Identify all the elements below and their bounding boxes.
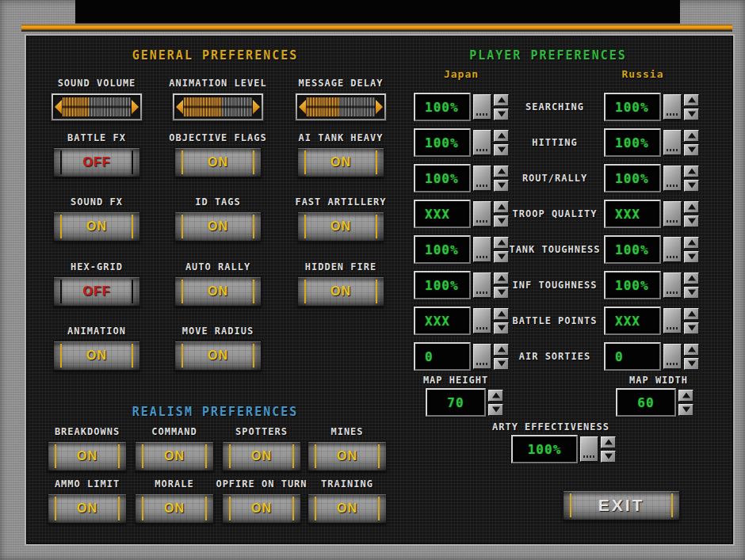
player-row-air-sorties: 0 AIR SORTIES 0 (26, 341, 733, 371)
exit-button[interactable]: EXIT (563, 490, 680, 520)
inf-toughness-russia-spinner: 100% (604, 270, 699, 300)
dots-button[interactable] (473, 94, 491, 120)
spin-down-button[interactable] (684, 287, 699, 299)
spin-up-button[interactable] (684, 237, 699, 249)
dots-button[interactable] (473, 166, 491, 191)
dots-button[interactable] (663, 272, 682, 298)
dots-button[interactable] (473, 201, 491, 227)
battle-points-russia-spinner: XXX (604, 306, 699, 336)
dots-button[interactable] (473, 308, 491, 333)
general-preferences-title: GENERAL PREFERENCES (26, 48, 404, 63)
player-row-battle-points: XXX BATTLE POINTS XXX (26, 306, 733, 336)
searching-japan-spinner: 100% (414, 92, 509, 122)
spin-up-button[interactable] (684, 94, 699, 106)
mines-toggle[interactable]: ON (308, 441, 387, 471)
dots-button[interactable] (663, 237, 682, 262)
dots-button[interactable] (473, 272, 491, 298)
opfire-on-turn-toggle[interactable]: ON (222, 493, 301, 524)
preferences-panel: GENERAL PREFERENCES SOUND VOLUME ANIMATI… (26, 36, 733, 544)
dots-button[interactable] (663, 130, 682, 155)
spin-up-button[interactable] (684, 344, 699, 356)
morale-toggle[interactable]: ON (135, 493, 214, 524)
dots-button[interactable] (473, 344, 491, 369)
searching-russia-spinner: 100% (604, 92, 699, 122)
inf-toughness-japan-spinner: 100% (414, 270, 509, 300)
spin-up-button[interactable] (601, 436, 616, 448)
title-bar (75, 0, 680, 24)
dots-button[interactable] (663, 201, 682, 227)
spotters-toggle[interactable]: ON (222, 441, 301, 471)
spin-up-button[interactable] (678, 390, 693, 402)
player-row-troop-quality: XXX TROOP QUALITY XXX (26, 199, 733, 229)
player-row-rout-rally: 100% ROUT/RALLY 100% (26, 163, 733, 193)
value-display: 100% (604, 93, 661, 121)
arty-effectiveness-label: ARTY EFFECTIVENESS (487, 421, 614, 432)
spin-down-button[interactable] (684, 358, 699, 370)
spin-up-button[interactable] (684, 130, 699, 142)
inf-toughness-label: INF TOUGHNESS (499, 270, 610, 300)
spin-down-button[interactable] (601, 451, 616, 463)
spin-up-button[interactable] (684, 272, 699, 284)
spin-up-button[interactable] (684, 166, 699, 177)
value-display: 100% (414, 93, 471, 121)
spin-up-button[interactable] (488, 390, 503, 402)
spin-down-button[interactable] (684, 180, 699, 192)
value-display: 100% (604, 235, 661, 264)
spin-up-button[interactable] (684, 308, 699, 320)
dots-button[interactable] (663, 308, 682, 333)
troop-quality-russia-spinner: XXX (604, 199, 699, 229)
tank-toughness-label: TANK TOUGHNESS (499, 234, 610, 265)
troop-quality-label: TROOP QUALITY (499, 199, 610, 229)
dots-button[interactable] (473, 237, 491, 262)
dots-button[interactable] (663, 94, 682, 120)
tank-toughness-russia-spinner: 100% (604, 234, 699, 265)
value-display: 70 (426, 388, 486, 417)
player-row-hitting: 100% HITTING 100% (26, 128, 733, 158)
map-height-label: MAP HEIGHT (392, 375, 519, 386)
rout-rally-russia-spinner: 100% (604, 163, 699, 193)
troop-quality-japan-spinner: XXX (414, 199, 509, 229)
spotters-label: SPOTTERS (214, 426, 309, 437)
tank-toughness-japan-spinner: 100% (414, 234, 509, 265)
player-preferences-title: PLAYER PREFERENCES (404, 48, 692, 63)
training-toggle[interactable]: ON (308, 493, 387, 524)
hitting-japan-spinner: 100% (414, 128, 509, 158)
player-row-tank-toughness: 100% TANK TOUGHNESS 100% (26, 234, 733, 265)
breakdowns-toggle[interactable]: ON (48, 441, 127, 471)
spin-down-button[interactable] (678, 404, 693, 416)
value-display: 0 (414, 342, 471, 371)
battle-points-label: BATTLE POINTS (499, 306, 610, 336)
command-label: COMMAND (127, 426, 222, 437)
accent-divider (21, 25, 732, 32)
spin-up-button[interactable] (684, 201, 699, 213)
spin-down-button[interactable] (684, 251, 699, 263)
ammo-limit-label: AMMO LIMIT (40, 478, 135, 490)
animation-level-label: ANIMATION LEVEL (159, 78, 277, 89)
spin-down-button[interactable] (488, 404, 503, 416)
dots-button[interactable] (580, 436, 598, 462)
dots-button[interactable] (663, 166, 682, 191)
russia-column-header: Russia (604, 68, 682, 80)
value-display: XXX (604, 307, 661, 335)
rout-rally-japan-spinner: 100% (414, 163, 509, 193)
value-display: 100% (604, 128, 661, 157)
hitting-russia-spinner: 100% (604, 128, 699, 158)
dots-button[interactable] (663, 344, 682, 369)
player-row-searching: 100% SEARCHING 100% (26, 92, 733, 122)
ammo-limit-toggle[interactable]: ON (48, 493, 127, 524)
command-toggle[interactable]: ON (135, 441, 214, 471)
arty-effectiveness-spinner: 100% (511, 434, 616, 464)
value-display: 100% (604, 164, 661, 192)
dots-button[interactable] (473, 130, 491, 155)
value-display: 100% (414, 235, 471, 264)
spin-down-button[interactable] (684, 215, 699, 227)
spin-down-button[interactable] (684, 322, 699, 334)
value-display: XXX (604, 200, 661, 228)
battle-points-japan-spinner: XXX (414, 306, 509, 336)
spin-down-button[interactable] (684, 109, 699, 120)
spin-down-button[interactable] (684, 144, 699, 156)
value-display: 100% (604, 271, 661, 299)
value-display: XXX (414, 200, 471, 228)
value-display: 100% (414, 271, 471, 299)
japan-column-header: Japan (414, 68, 509, 80)
